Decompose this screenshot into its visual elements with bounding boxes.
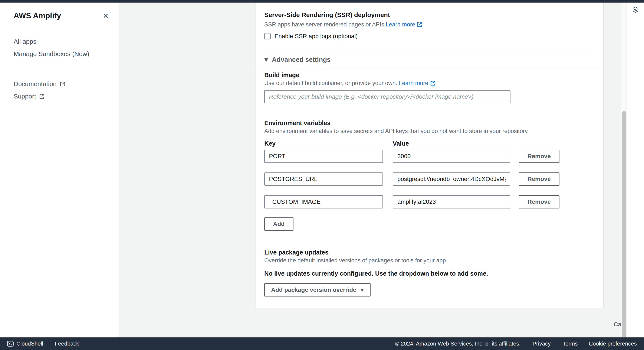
footer-privacy-link[interactable]: Privacy <box>532 340 551 347</box>
build-image-description: Use our default build container, or prov… <box>264 80 595 87</box>
section-divider <box>264 112 595 112</box>
build-image-label: Build image <box>264 71 595 79</box>
ssr-description-text: SSR apps have server-rendered pages or A… <box>264 21 384 28</box>
sidebar-divider <box>8 69 110 69</box>
console-footer: CloudShell Feedback © 2024, Amazon Web S… <box>0 337 644 350</box>
top-nav-bar <box>0 0 644 3</box>
caret-down-icon: ▼ <box>264 57 268 63</box>
add-env-var-button[interactable]: Add <box>264 217 294 231</box>
env-var-column-headers: Key Value <box>264 140 595 147</box>
learn-more-label: Learn more <box>399 80 428 87</box>
amazon-q-icon[interactable] <box>632 6 639 14</box>
live-package-updates-description: Override the default installed versions … <box>264 257 595 264</box>
env-var-row: Remove <box>264 150 595 163</box>
env-value-input[interactable] <box>393 172 510 186</box>
build-image-input[interactable] <box>264 90 510 103</box>
sidebar-link-label: Documentation <box>14 80 57 88</box>
sidebar-item-manage-sandboxes[interactable]: Manage Sandboxes (New) <box>0 48 119 60</box>
external-link-icon <box>60 81 66 87</box>
vertical-scrollbar <box>621 3 627 337</box>
footer-right: © 2024, Amazon Web Services, Inc. or its… <box>395 340 637 347</box>
advanced-settings-toggle[interactable]: ▼ Advanced settings <box>256 51 603 68</box>
key-column-header: Key <box>264 140 383 147</box>
env-key-input[interactable] <box>264 172 383 186</box>
main-content: Server-Side Rendering (SSR) deployment S… <box>120 3 621 337</box>
close-icon[interactable]: ✕ <box>103 12 109 20</box>
env-var-row: Remove <box>264 172 595 186</box>
footer-cloudshell-link[interactable]: CloudShell <box>16 340 43 347</box>
env-key-input[interactable] <box>264 195 383 208</box>
ssr-logs-checkbox-label[interactable]: Enable SSR app logs (optional) <box>274 33 358 40</box>
sidebar-link-label: Support <box>14 93 36 100</box>
footer-left: CloudShell Feedback <box>7 340 79 347</box>
remove-button[interactable]: Remove <box>519 195 560 208</box>
environment-variables-title: Environment variables <box>264 119 595 127</box>
ssr-logs-checkbox[interactable] <box>264 33 271 40</box>
scrollbar-thumb[interactable] <box>622 111 626 338</box>
env-key-input[interactable] <box>264 150 383 163</box>
footer-copyright: © 2024, Amazon Web Services, Inc. or its… <box>395 340 520 347</box>
build-image-learn-more-link[interactable]: Learn more <box>399 80 436 87</box>
env-value-input[interactable] <box>393 150 510 163</box>
learn-more-label: Learn more <box>386 21 415 28</box>
advanced-settings-title: Advanced settings <box>272 56 331 64</box>
section-divider <box>264 239 595 239</box>
cloudshell-icon <box>7 341 14 346</box>
footer-feedback-link[interactable]: Feedback <box>55 340 79 347</box>
add-package-version-override-dropdown[interactable]: Add package version override ▼ <box>264 283 370 296</box>
caret-down-icon: ▼ <box>360 287 364 292</box>
sidebar-nav: All apps Manage Sandboxes (New) Document… <box>0 29 119 103</box>
external-link-icon <box>39 94 45 99</box>
amplify-deploy-settings-page: AWS Amplify ✕ All apps Manage Sandboxes … <box>0 0 644 350</box>
advanced-settings-body: Build image Use our default build contai… <box>256 68 603 296</box>
ssr-section: Server-Side Rendering (SSR) deployment S… <box>256 3 603 51</box>
sidebar-title: AWS Amplify <box>14 11 61 20</box>
sidebar-item-support[interactable]: Support <box>0 90 119 103</box>
ssr-section-title: Server-Side Rendering (SSR) deployment <box>264 11 595 19</box>
remove-button[interactable]: Remove <box>519 150 560 163</box>
sidebar-item-all-apps[interactable]: All apps <box>0 35 119 48</box>
wizard-actions: Cancel Previous Next <box>120 318 644 331</box>
live-package-updates-title: Live package updates <box>264 249 595 256</box>
external-link-icon <box>417 22 422 28</box>
env-var-row: Remove <box>264 195 595 208</box>
ssr-learn-more-link[interactable]: Learn more <box>386 21 422 28</box>
environment-variables-description: Add environment variables to save secret… <box>264 128 595 135</box>
ssr-section-description: SSR apps have server-rendered pages or A… <box>264 21 595 28</box>
settings-card: Server-Side Rendering (SSR) deployment S… <box>256 3 604 308</box>
external-link-icon <box>430 80 436 86</box>
remove-button[interactable]: Remove <box>519 172 560 186</box>
env-value-input[interactable] <box>393 195 510 208</box>
build-image-description-text: Use our default build container, or prov… <box>264 80 397 86</box>
ssr-logs-row: Enable SSR app logs (optional) <box>264 33 595 51</box>
footer-cookie-preferences-link[interactable]: Cookie preferences <box>589 340 637 347</box>
right-side-rail <box>627 3 644 337</box>
dropdown-label: Add package version override <box>271 286 356 293</box>
sidebar: AWS Amplify ✕ All apps Manage Sandboxes … <box>0 3 119 337</box>
sidebar-item-documentation[interactable]: Documentation <box>0 78 119 90</box>
footer-terms-link[interactable]: Terms <box>563 340 578 347</box>
live-package-updates-empty-message: No live updates currently configured. Us… <box>264 270 595 277</box>
sidebar-header: AWS Amplify ✕ <box>0 3 119 29</box>
value-column-header: Value <box>393 140 409 147</box>
